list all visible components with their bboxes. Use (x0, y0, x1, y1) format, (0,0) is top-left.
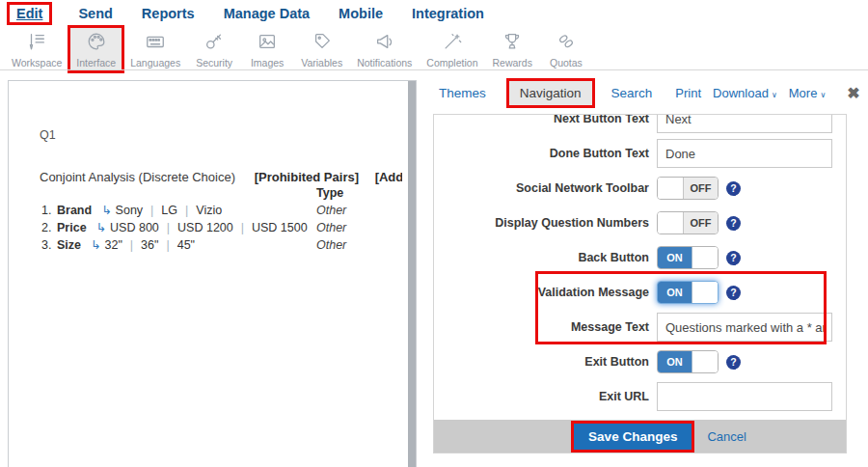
tab-navigation[interactable]: Navigation (509, 81, 592, 105)
panel-actions: Print Download∨ More∨ ✖ (675, 84, 859, 102)
back-button-toggle[interactable]: ON (657, 246, 719, 269)
survey-preview-panel: Q1 Conjoint Analysis (Discrete Choice) [… (8, 80, 417, 467)
question-title: Conjoint Analysis (Discrete Choice) (40, 170, 235, 184)
close-icon[interactable]: ✖ (847, 84, 859, 102)
form-row-display-question-numbers: Display Question Numbers OFF ? (434, 206, 846, 240)
form-row-message-text: Message Text (434, 310, 846, 344)
navigation-settings-form: Next Button Text Done Button Text Social… (433, 114, 847, 453)
done-button-text-label: Done Button Text (442, 147, 649, 160)
attribute-row: 2.Price↳USD 800|USD 1200|USD 1500 Other (40, 219, 402, 236)
branch-arrow-icon: ↳ (101, 204, 111, 217)
help-icon[interactable]: ? (726, 216, 741, 231)
help-icon[interactable]: ? (726, 355, 741, 370)
form-row-validation-message: Validation Message ON ? (434, 275, 846, 310)
form-row-done-button-text: Done Button Text (434, 136, 846, 171)
toolbar-separator (0, 69, 868, 70)
form-row-exit-button: Exit Button ON ? (434, 344, 846, 379)
back-button-label: Back Button (442, 251, 649, 264)
attribute-type: Other (316, 219, 346, 236)
question-number: Q1 (40, 128, 402, 142)
form-row-next-button-text: Next Button Text (434, 114, 846, 136)
next-button-text-label: Next Button Text (442, 114, 649, 125)
chevron-down-icon: ∨ (772, 91, 777, 99)
interface-settings-panel: Themes Navigation Search Print Download∨… (421, 72, 868, 467)
attribute-row: 3.Size↳32"|36"|45" Other (40, 236, 402, 254)
chain-links-icon (556, 31, 577, 56)
help-icon[interactable]: ? (726, 251, 741, 265)
toolbar-item-interface[interactable]: Interface (70, 28, 122, 70)
nav-item-send[interactable]: Send (78, 6, 112, 21)
display-question-numbers-toggle[interactable]: OFF (657, 211, 719, 234)
toolbar-item-notifications[interactable]: Notifications (351, 28, 418, 70)
validation-message-toggle[interactable]: ON (657, 281, 719, 304)
save-changes-button[interactable]: Save Changes (574, 424, 692, 450)
type-column-header: Type (316, 186, 402, 200)
add-fixed-tasks-link[interactable]: [Add Fixed Tasks] (375, 170, 402, 184)
message-text-input[interactable] (657, 313, 832, 342)
toolbar-item-completion[interactable]: Completion (420, 28, 483, 70)
tab-themes[interactable]: Themes (439, 86, 486, 100)
message-text-label: Message Text (442, 320, 649, 334)
form-row-exit-url: Exit URL (434, 379, 846, 414)
display-question-numbers-label: Display Question Numbers (442, 216, 649, 230)
validation-message-label: Validation Message (442, 286, 649, 299)
nav-item-manage-data[interactable]: Manage Data (224, 6, 310, 21)
tab-search[interactable]: Search (611, 86, 653, 100)
exit-button-toggle[interactable]: ON (657, 350, 719, 373)
prohibited-pairs-link[interactable]: [Prohibited Pairs] (255, 170, 359, 184)
toolbar-item-languages[interactable]: Languages (124, 28, 186, 70)
key-icon (203, 31, 225, 56)
toolbar-item-variables[interactable]: Variables (295, 28, 348, 70)
nav-item-mobile[interactable]: Mobile (339, 6, 383, 21)
preview-scrollbar[interactable] (408, 81, 416, 467)
more-dropdown[interactable]: More∨ (789, 86, 826, 100)
attribute-type: Other (316, 202, 346, 219)
cancel-link[interactable]: Cancel (707, 429, 746, 444)
attribute-row: 1.Brand↳Sony|LG|Vizio Other (40, 202, 402, 219)
social-network-toolbar-label: Social Network Toolbar (442, 181, 649, 195)
social-network-toolbar-toggle[interactable]: OFF (657, 177, 719, 200)
nav-item-edit[interactable]: Edit (10, 5, 49, 22)
top-nav: Edit Send Reports Manage Data Mobile Int… (0, 0, 868, 27)
attribute-type: Other (316, 236, 346, 254)
toolbar-item-security[interactable]: Security (189, 28, 239, 70)
help-icon[interactable]: ? (726, 181, 741, 196)
toolbar-item-quotas[interactable]: Quotas (541, 28, 591, 70)
workspace-icon (26, 31, 47, 56)
branch-arrow-icon: ↳ (91, 238, 100, 252)
toolbar-item-rewards[interactable]: Rewards (486, 28, 537, 70)
done-button-text-input[interactable] (657, 139, 832, 168)
branch-arrow-icon: ↳ (96, 221, 106, 234)
print-link[interactable]: Print (675, 86, 701, 100)
exit-url-label: Exit URL (442, 390, 649, 403)
form-row-social-network-toolbar: Social Network Toolbar OFF ? (434, 171, 846, 206)
trophy-icon (502, 31, 523, 56)
exit-url-input[interactable] (657, 382, 832, 411)
palette-icon (86, 31, 107, 56)
panel-header: Themes Navigation Search Print Download∨… (421, 72, 868, 113)
magic-wand-icon (442, 31, 463, 56)
next-button-text-input[interactable] (657, 114, 832, 133)
toolbar-item-workspace[interactable]: Workspace (6, 28, 68, 70)
chevron-down-icon: ∨ (820, 91, 826, 99)
exit-button-label: Exit Button (442, 355, 649, 369)
image-icon (257, 31, 278, 56)
megaphone-icon (374, 31, 395, 56)
attribute-list: 1.Brand↳Sony|LG|Vizio Other 2.Price↳USD … (40, 202, 402, 254)
nav-item-integration[interactable]: Integration (412, 6, 484, 21)
help-icon[interactable]: ? (726, 286, 741, 300)
form-row-back-button: Back Button ON ? (434, 240, 846, 275)
survey-preview-content: Q1 Conjoint Analysis (Discrete Choice) [… (9, 81, 416, 254)
question-title-row: Conjoint Analysis (Discrete Choice) [Pro… (40, 170, 402, 184)
edit-toolbar: Workspace Interface Languages Security I… (0, 27, 868, 69)
tag-icon (312, 31, 333, 56)
keyboard-icon (145, 31, 166, 56)
nav-item-reports[interactable]: Reports (142, 6, 195, 21)
download-dropdown[interactable]: Download∨ (713, 86, 777, 100)
form-footer: Save Changes Cancel (434, 420, 846, 453)
toolbar-item-images[interactable]: Images (242, 28, 292, 70)
